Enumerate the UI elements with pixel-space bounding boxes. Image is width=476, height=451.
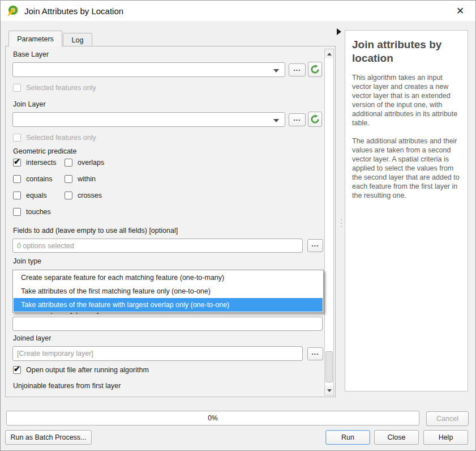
checkbox-box <box>13 366 21 374</box>
checkbox-box <box>13 84 21 92</box>
iterate-icon <box>310 114 320 124</box>
cancel-button[interactable]: Cancel <box>426 411 469 426</box>
join-type-popup: Create separate feature for each matchin… <box>12 270 324 313</box>
base-selected-only-checkbox[interactable]: Selected features only <box>13 84 96 92</box>
scroll-up-button[interactable] <box>325 49 333 58</box>
arrow-up-icon <box>327 53 332 56</box>
join-layer-iterate-button[interactable] <box>308 112 322 127</box>
open-output-checkbox[interactable]: Open output file after running algorithm <box>13 366 149 374</box>
help-title: Join attributes by location <box>352 38 461 65</box>
joined-layer-browse-button[interactable]: ... <box>307 347 323 360</box>
base-layer-browse-button[interactable]: ... <box>289 63 306 76</box>
join-layer-label: Join Layer <box>13 100 46 108</box>
iterate-icon <box>310 65 320 74</box>
fields-to-add-input[interactable]: 0 options selected <box>12 239 303 253</box>
predicate-intersects-checkbox[interactable]: intersects <box>13 159 65 167</box>
window-title: Join Attributes by Location <box>24 6 123 16</box>
run-button[interactable]: Run <box>325 430 370 445</box>
predicate-overlaps-checkbox[interactable]: overlaps <box>65 159 149 167</box>
predicate-equals-checkbox[interactable]: equals <box>13 192 65 199</box>
geometric-predicate-label: Geometric predicate <box>13 147 77 155</box>
join-layer-browse-button[interactable]: ... <box>289 113 306 126</box>
close-icon[interactable]: ✕ <box>454 5 466 17</box>
checkbox-box <box>13 159 21 167</box>
join-type-option[interactable]: Take attributes of the first matching fe… <box>14 284 323 298</box>
base-layer-label: Base Layer <box>13 50 49 58</box>
checkbox-box <box>65 192 72 199</box>
help-button[interactable]: Help <box>423 430 468 445</box>
checkbox-box <box>13 134 21 142</box>
checkbox-label: within <box>78 175 96 183</box>
predicate-contains-checkbox[interactable]: contains <box>13 175 65 183</box>
checkbox-box <box>13 192 21 199</box>
help-paragraph: This algorithm takes an input vector lay… <box>352 73 461 127</box>
checkbox-box <box>13 175 21 183</box>
predicate-crosses-checkbox[interactable]: crosses <box>65 192 149 199</box>
checkbox-label: touches <box>26 208 51 216</box>
run-as-batch-button[interactable]: Run as Batch Process... <box>5 430 92 445</box>
fields-to-add-label: Fields to add (leave empty to use all fi… <box>13 227 178 235</box>
checkbox-box <box>65 159 72 167</box>
unjoinable-label: Unjoinable features from first layer <box>13 382 121 390</box>
title-bar: Join Attributes by Location ✕ <box>1 1 475 21</box>
checkbox-label: intersects <box>26 159 57 167</box>
prefix-input[interactable] <box>12 317 323 331</box>
chevron-down-icon <box>273 69 279 73</box>
progress-bar: 0% <box>6 411 419 426</box>
qgis-logo-icon <box>6 5 19 18</box>
tab-log[interactable]: Log <box>63 33 92 46</box>
predicate-within-checkbox[interactable]: within <box>65 175 149 183</box>
fields-to-add-browse-button[interactable]: ... <box>307 239 323 252</box>
join-selected-only-checkbox[interactable]: Selected features only <box>13 134 96 142</box>
checkbox-label: crosses <box>78 192 102 199</box>
checkbox-label: Open output file after running algorithm <box>26 366 149 374</box>
predicate-grid: intersects overlaps contains within equa… <box>13 159 149 216</box>
chevron-down-icon <box>273 119 279 122</box>
close-button[interactable]: Close <box>374 430 419 445</box>
base-layer-select[interactable] <box>12 62 285 77</box>
checkbox-label: Selected features only <box>26 134 96 142</box>
checkbox-label: equals <box>26 192 47 199</box>
checkbox-label: contains <box>26 175 53 183</box>
predicate-touches-checkbox[interactable]: touches <box>13 208 65 216</box>
scrollbar-thumb[interactable] <box>325 351 333 382</box>
checkbox-box <box>65 175 72 183</box>
collapse-help-icon[interactable] <box>337 28 341 35</box>
join-layer-select[interactable] <box>12 112 285 127</box>
tab-parameters[interactable]: Parameters <box>8 31 62 46</box>
checkbox-box <box>13 208 21 216</box>
help-panel: Join attributes by location This algorit… <box>345 30 468 392</box>
joined-layer-input[interactable]: [Create temporary layer] <box>12 346 303 361</box>
arrow-down-icon <box>327 389 332 392</box>
join-type-option[interactable]: Take attributes of the feature with larg… <box>14 298 323 312</box>
scroll-down-button[interactable] <box>325 386 333 395</box>
join-type-option[interactable]: Create separate feature for each matchin… <box>14 271 323 284</box>
help-paragraph: The additional attributes and their valu… <box>352 137 461 200</box>
checkbox-label: Selected features only <box>26 84 96 92</box>
joined-layer-label: Joined layer <box>13 334 51 342</box>
base-layer-iterate-button[interactable] <box>308 62 322 77</box>
splitter-handle[interactable] <box>340 219 342 239</box>
parameters-pane: Base Layer ... Selected features only Jo… <box>5 46 336 397</box>
join-type-label: Join type <box>13 257 41 265</box>
join-attributes-dialog: Join Attributes by Location ✕ Parameters… <box>0 0 476 451</box>
vertical-scrollbar[interactable] <box>324 49 334 395</box>
checkbox-label: overlaps <box>78 159 104 167</box>
